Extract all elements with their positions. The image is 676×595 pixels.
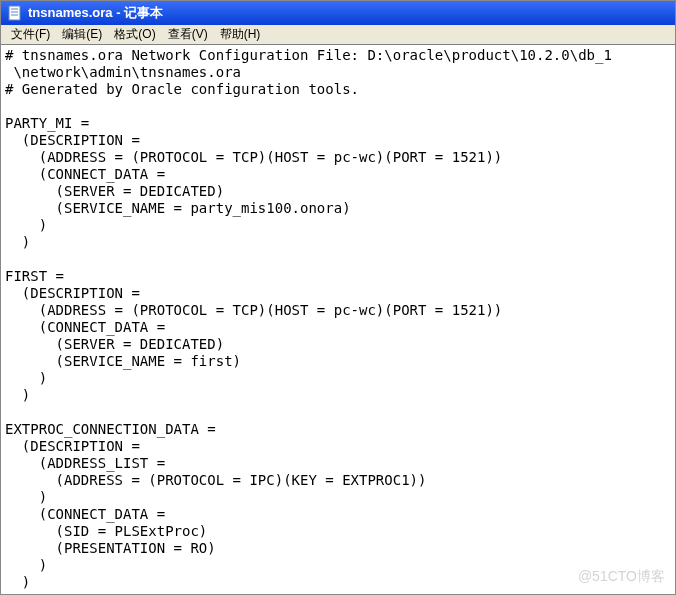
menu-file[interactable]: 文件(F)	[5, 24, 56, 45]
menu-view-label: 查看(V)	[168, 27, 208, 41]
svg-rect-0	[9, 6, 20, 20]
menu-edit[interactable]: 编辑(E)	[56, 24, 108, 45]
window-title: tnsnames.ora - 记事本	[28, 4, 163, 22]
menu-file-label: 文件(F)	[11, 27, 50, 41]
menu-format-label: 格式(O)	[114, 27, 155, 41]
menu-help-label: 帮助(H)	[220, 27, 261, 41]
menu-bar: 文件(F) 编辑(E) 格式(O) 查看(V) 帮助(H)	[1, 25, 675, 45]
menu-help[interactable]: 帮助(H)	[214, 24, 267, 45]
menu-edit-label: 编辑(E)	[62, 27, 102, 41]
text-editor-content[interactable]: # tnsnames.ora Network Configuration Fil…	[1, 45, 675, 594]
menu-view[interactable]: 查看(V)	[162, 24, 214, 45]
watermark-text: @51CTO博客	[578, 568, 665, 586]
notepad-icon	[7, 5, 23, 21]
menu-format[interactable]: 格式(O)	[108, 24, 161, 45]
title-bar[interactable]: tnsnames.ora - 记事本	[1, 1, 675, 25]
